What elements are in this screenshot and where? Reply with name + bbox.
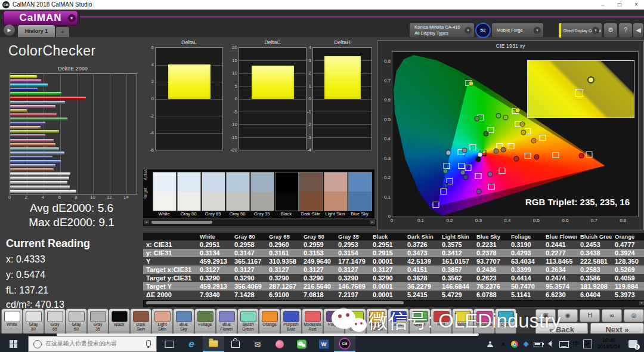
swatch-compare-cell[interactable] (177, 172, 201, 211)
patch-swatch (69, 311, 85, 322)
wechat-icon (297, 339, 306, 348)
show-hidden-icons-button[interactable]: ∧ (499, 336, 508, 352)
patch-tool-button[interactable]: ◎ (624, 309, 644, 322)
taskbar-item-mail[interactable]: ✉ (247, 336, 268, 352)
patch-button-blue-sky[interactable]: BlueSky (173, 308, 194, 335)
task-view-button[interactable] (159, 336, 180, 352)
cie-x-tick-label: 0.3 (475, 218, 482, 223)
patch-button-white[interactable]: White (1, 308, 23, 335)
minimize-button[interactable]: – (595, 0, 611, 10)
patch-button-foliage[interactable]: Foliage (194, 308, 216, 335)
source-dropdown[interactable]: Mobile Forge ▾ (491, 23, 544, 38)
volume-muted-button[interactable]: × (545, 336, 557, 352)
table-cell: 0.3473 (404, 249, 439, 257)
taskbar-item-store[interactable] (225, 336, 246, 352)
patch-button-gray-35[interactable]: Gray35 (87, 308, 109, 335)
patch-button-moderate-red[interactable]: ModerateRed (302, 308, 323, 335)
taskbar-item-explorer[interactable] (203, 336, 224, 352)
taskbar-clock[interactable]: 10:40 2019/5/24 (593, 337, 625, 350)
touch-keyboard-button[interactable] (558, 336, 570, 352)
table-cell: 0.3857 (439, 265, 473, 274)
collapse-panel-button[interactable]: ◀ (633, 23, 644, 38)
maximize-button[interactable]: □ (612, 0, 627, 10)
help-button[interactable]: ? (618, 23, 633, 38)
table-cell: 0.2951 (370, 240, 404, 249)
table-cell: 7.0818 (301, 291, 335, 299)
settings-button[interactable]: ⚙ (603, 23, 618, 38)
swatch-compare-cell[interactable] (202, 172, 225, 211)
close-button[interactable]: × (628, 0, 644, 10)
chrome-tray-button[interactable] (509, 336, 520, 352)
patch-tool-button[interactable]: ∞ (602, 309, 622, 322)
swatch-compare-cell[interactable] (275, 172, 299, 211)
chevron-down-icon: ▾ (534, 27, 541, 34)
table-cell: 0.0001 (370, 291, 404, 299)
delta-y-tick-label: -1 (303, 109, 311, 114)
deltae-x-tick-label: 2 (25, 194, 27, 200)
table-scrollbar-thumb[interactable] (146, 301, 404, 304)
table-cell: 0.3290 (370, 274, 404, 282)
start-button[interactable] (0, 336, 27, 352)
window-titlebar: CM CalMAN 2018 CalMAN Studio – □ × (0, 0, 644, 10)
patch-button-bluish-green[interactable]: BluishGreen (237, 308, 259, 335)
deltae-gridline (126, 74, 127, 194)
swatch-actual (227, 172, 249, 192)
cie-x-tick-label: 0.6 (562, 218, 568, 223)
taskbar-search[interactable] (28, 336, 157, 352)
delta-y-tick-label: 20 (229, 45, 237, 50)
swatch-compare-cell[interactable] (153, 172, 177, 211)
taskbar-item-calman[interactable]: CM (334, 336, 355, 352)
patch-button-orange[interactable]: Orange (259, 308, 280, 335)
patch-button-purplish-blue[interactable]: PurplishBlue (280, 308, 302, 335)
patch-button-black[interactable]: Black (109, 308, 130, 335)
taskbar-item-word[interactable]: W (313, 336, 335, 352)
calman-logo-menu[interactable]: CalMAN ▾ (3, 11, 78, 26)
tab-history-1[interactable]: History 1 (18, 25, 55, 37)
meter-dropdown[interactable]: Konica Minolta CA-410 All Display Types … (409, 23, 475, 38)
table-row: Target Y459.2913356.4069287.1267216.5640… (143, 282, 644, 291)
patch-button-gray-80[interactable]: Gray80 (23, 308, 44, 335)
taskbar-item-photos[interactable] (269, 336, 290, 352)
patch-button-dark-skin[interactable]: DarkSkin (130, 308, 151, 335)
patch-button-light-skin[interactable]: LightSkin (151, 308, 173, 335)
scroll-left-icon[interactable]: ◂ (144, 220, 149, 224)
taskbar-item-wechat[interactable] (291, 336, 312, 352)
deltae-bar (10, 139, 54, 142)
swatch-scrollbar-thumb[interactable] (151, 221, 212, 224)
table-cell: 6.9100 (266, 291, 301, 299)
patch-button-blue-flower[interactable]: BlueFlower (216, 308, 237, 335)
search-input[interactable] (44, 339, 142, 347)
patch-tool-button[interactable]: H (580, 309, 600, 322)
delta-gridline (156, 99, 222, 100)
table-row-label: Y (143, 257, 197, 265)
table-cell: 0.3153 (301, 249, 335, 257)
swatch-compare-cell[interactable] (250, 172, 274, 211)
battery-tray-button[interactable] (532, 336, 544, 352)
table-row-label: Target Y (143, 282, 197, 291)
people-tray-button[interactable] (484, 336, 496, 352)
add-tab-button[interactable]: + (56, 27, 69, 37)
swatch-compare-cell[interactable] (299, 172, 323, 211)
onedrive-tray-button[interactable]: ◆ (521, 336, 531, 352)
scroll-right-icon[interactable]: ▸ (370, 220, 375, 224)
play-button[interactable]: ▶ (4, 24, 15, 36)
ime-mode-button[interactable]: 中 (571, 336, 581, 352)
swatch-compare-cell[interactable] (226, 172, 250, 211)
patch-label: Gray80 (23, 322, 44, 332)
table-cell: 7.1428 (231, 291, 266, 299)
patch-button-gray-65[interactable]: Gray65 (44, 308, 66, 335)
swatch-compare-cell[interactable] (348, 172, 372, 211)
deltae-x-tick-label: 14 (123, 194, 129, 200)
display-control-dropdown[interactable]: Direct Display Control ▾ (558, 23, 602, 38)
patch-button-gray-50[interactable]: Gray50 (66, 308, 87, 335)
patch-swatch (47, 311, 63, 322)
taskbar-item-edge[interactable]: e (181, 336, 202, 352)
patch-label: BlueFlower (216, 322, 237, 332)
notification-center-button[interactable]: 2 (628, 340, 637, 348)
table-cell: 0.4059 (612, 274, 644, 282)
swatch-compare-cell[interactable] (324, 172, 348, 211)
table-scrollbar[interactable]: ▸ (143, 300, 644, 307)
ime-tool-button[interactable]: M (582, 336, 593, 352)
scroll-right-icon[interactable]: ▸ (639, 301, 644, 305)
swatch-scrollbar[interactable]: ◂ ▸ (143, 220, 376, 226)
